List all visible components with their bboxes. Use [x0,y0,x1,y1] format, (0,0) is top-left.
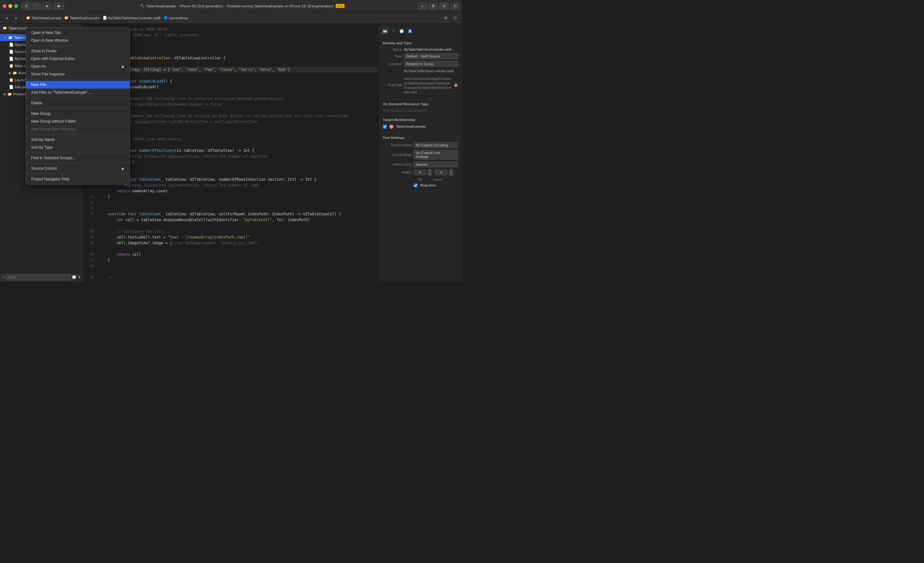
main-layout: 📁 TableViewExample ▼ 📁 TableViewExample … [0,24,462,281]
ctx-sep8 [26,174,130,174]
code-line: } [96,165,379,171]
ctx-label: Source Control [31,166,122,171]
code-line [96,72,379,78]
code-line: // Copyright © 2020 seb. All rights rese… [96,32,379,38]
play-button[interactable]: ▶ [54,3,64,10]
name-row: Name MyTableTableViewController.swift [383,48,458,51]
code-line: // #warning Incomplete implementation, r… [96,153,379,159]
identity-type-title: Identity and Type [383,41,458,45]
wrap-lines-row: Wrap lines [383,183,458,188]
indent-width-input[interactable] [435,170,448,175]
close-button[interactable] [3,4,6,8]
recent-icon[interactable]: 🕐 [72,275,76,279]
inspector-toggle-button[interactable]: ⊞ [441,15,450,21]
layout-button[interactable]: ⊞ [429,3,438,10]
code-line [96,61,379,67]
code-content[interactable]: // Created by seb on 2020-10-01. // Copy… [96,24,379,281]
indent-decrement-button[interactable]: ▼ [449,173,453,176]
panel-button[interactable]: ⊡ [450,3,459,10]
ctx-find-groups[interactable]: Find in Selected Groups... [26,154,130,162]
ctx-open-new-tab[interactable]: Open in New Tab [26,29,130,37]
split-button[interactable]: ⊟ [440,3,448,10]
code-line: // Created by seb on 2020-10-01. [96,26,379,32]
tab-increment-button[interactable]: ▲ [428,169,432,173]
type-label: Type [383,54,402,58]
add-button[interactable]: + [418,3,427,10]
run-button[interactable]: ⬛ [32,3,41,10]
code-line: return namesArray.count [96,188,379,194]
encoding-dropdown[interactable]: No Explicit Encoding ⌄ [414,142,458,148]
sidebar-toggle-button[interactable]: ☰ [22,3,31,10]
ctx-add-files[interactable]: Add Files to "TableViewExample"... [26,89,130,96]
stop-button[interactable]: ■ [42,3,51,10]
tab-decrement-button[interactable]: ▼ [428,173,432,176]
breadcrumb-folder-icon: 📁 [26,16,30,20]
location-row: Location Relative to Group ⌄ [383,61,458,67]
type-dropdown[interactable]: Default - Swift Source ⌄ [404,53,458,59]
fullscreen-button[interactable] [14,4,18,8]
titlebar-actions: ☰ ⬛ ■ [22,3,51,10]
ctx-show-finder[interactable]: Show in Finder [26,47,130,55]
ctx-sep2 [26,79,130,80]
encoding-value: No Explicit Encoding [416,143,448,147]
code-line: super.viewDidLoad() [96,84,379,90]
warning-badge: ⚠ 1 [336,4,344,8]
minimize-button[interactable] [8,4,12,8]
wrap-lines-checkbox[interactable] [414,183,418,188]
sort-icon[interactable]: ⬇ [78,275,81,279]
dropdown-arrow-icon: ⌄ [453,54,456,58]
nav-back-button[interactable]: ◂ [3,15,11,21]
ctx-label: Open in New Tab [31,30,124,35]
breadcrumb-file[interactable]: MyTableTableViewController.swift [108,16,160,20]
ctx-sort-type[interactable]: Sort by Type [26,144,130,151]
project-icon: 🔨 [140,4,145,8]
nav-forward-button[interactable]: ▸ [12,15,21,21]
breadcrumb-folder-icon2: 📁 [64,16,69,20]
line-endings-dropdown[interactable]: No Explicit Line Endings ⌄ [414,150,458,159]
ctx-source-control[interactable]: Source Control ▶ [26,165,130,173]
quick-help-icon[interactable]: ? [390,28,397,35]
ctx-new-group[interactable]: New Group [26,110,130,117]
accessibility-icon[interactable]: ♿ [406,28,414,35]
code-line: // self.clearsSelectionOnViewWillAppear … [96,101,379,107]
relative-path: MyTableTableViewController.swift [383,69,458,74]
ctx-label: Sort by Name [31,137,124,142]
ctx-show-inspector[interactable]: Show File Inspector [26,70,130,78]
code-line: class MyTableTableViewController: UITabl… [96,55,379,61]
location-dropdown[interactable]: Relative to Group ⌄ [404,61,458,67]
breadcrumb-symbol[interactable]: namesArray [169,16,188,20]
ctx-delete[interactable]: Delete [26,99,130,107]
line-endings-value: No Explicit Line Endings [416,151,453,159]
ctx-sort-name[interactable]: Sort by Name [26,136,130,144]
ctx-label: Add Files to "TableViewExample"... [31,90,124,95]
ctx-new-file[interactable]: New File... [26,81,130,89]
target-checkbox[interactable] [383,125,387,129]
ctx-new-group-no-folder[interactable]: New Group without Folder [26,117,130,125]
target-name: TableViewExample [396,125,426,128]
ctx-label: New Group from Selection [31,127,124,131]
ctx-open-new-window[interactable]: Open in New Window [26,37,130,44]
history-icon[interactable]: 🕐 [398,28,405,35]
breadcrumb-folder[interactable]: TableViewExample [70,16,99,20]
encoding-row: Text Encoding No Explicit Encoding ⌄ [383,142,458,148]
tab-width-input[interactable] [414,170,426,175]
identity-type-icon[interactable]: 🪪 [381,28,388,35]
filter-input[interactable] [6,275,70,280]
library-button[interactable]: ⊡ [451,15,459,21]
indent-using-dropdown[interactable]: Spaces ⌄ [414,161,458,167]
tab-stepper: ▲ ▼ [414,169,432,176]
ctx-navigator-help[interactable]: Project Navigator Help [26,175,130,183]
ctx-label: Sort by Type [31,145,124,150]
indent-increment-button[interactable]: ▲ [449,169,453,173]
expand-arrow-icon: ▶ [4,92,6,96]
add-icon[interactable]: + [3,275,5,279]
right-panel: 🪪 ? 🕐 ♿ Identity and Type Name MyTableTa… [379,24,462,281]
code-line: cell.textLabel?.text = "User - \(namesAr… [96,234,379,240]
breadcrumb-project[interactable]: TableViewExample [32,16,61,20]
ctx-open-as[interactable]: Open As ▶ [26,63,130,70]
ctx-open-external[interactable]: Open with External Editor [26,55,130,63]
code-line: /* [96,275,379,281]
code-line [96,200,379,206]
code-line [96,90,379,96]
code-line: override func numberOfSections(in tableV… [96,148,379,153]
